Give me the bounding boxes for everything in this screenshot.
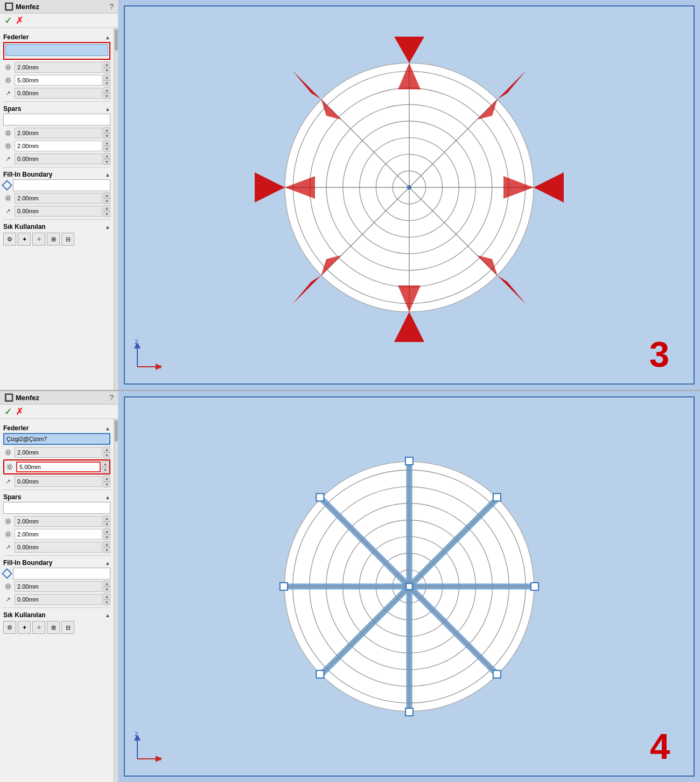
- toolbar-2: ⚙ ✦ ✧ ⊞ ⊟: [3, 621, 110, 634]
- check-button-1[interactable]: ✓: [4, 16, 12, 25]
- tool-btn-2d[interactable]: ⊞: [47, 621, 60, 634]
- federler-field2-container-2: ▲▼: [3, 459, 110, 474]
- spars-field2-2[interactable]: [15, 529, 102, 540]
- federler-field3-1[interactable]: [15, 88, 102, 99]
- federler-field3-2[interactable]: [15, 476, 102, 487]
- sik-chevron-2[interactable]: ▲: [105, 612, 110, 618]
- spars-field2-1[interactable]: [15, 141, 102, 151]
- fillin-field1-1[interactable]: [15, 193, 102, 204]
- spars-field1-2[interactable]: [15, 516, 102, 527]
- tool-btn-2e[interactable]: ⊟: [61, 621, 74, 634]
- spars-spin2-1[interactable]: ▲▼: [103, 140, 110, 152]
- sidebar-scroll-2[interactable]: [114, 419, 118, 782]
- toolbar-1: ⚙ ✦ ✧ ⊞ ⊟: [3, 233, 110, 246]
- federler-spin2-1[interactable]: ▲▼: [103, 74, 110, 86]
- spars-field3-2[interactable]: [15, 542, 102, 553]
- spars-spin1-1[interactable]: ▲▼: [103, 127, 110, 139]
- federler-spin3-1[interactable]: ▲▼: [103, 87, 110, 99]
- svg-rect-70: [406, 583, 412, 589]
- spars-spin1-2[interactable]: ▲▼: [103, 515, 110, 527]
- federler-field2-row-1: ▲▼: [3, 74, 110, 86]
- sidebar-2: 🔲 Menfez ? ✓ ✗ Federler ▲: [0, 391, 118, 782]
- federler-field1-1[interactable]: [15, 62, 102, 73]
- spars-input-2[interactable]: [3, 502, 110, 514]
- svg-point-44: [7, 585, 10, 588]
- axis-svg-1: Z X: [129, 340, 162, 372]
- federler-spin2-2[interactable]: ▲▼: [102, 461, 109, 473]
- svg-point-41: [9, 466, 11, 469]
- panel1-title: Menfez: [16, 3, 39, 11]
- tool-btn-1b[interactable]: ✦: [18, 233, 31, 246]
- spars-field3-row-1: ↗ ▲▼: [3, 153, 110, 165]
- spars-field1-1[interactable]: [15, 128, 102, 138]
- cross-button-2[interactable]: ✗: [16, 407, 24, 416]
- angle-icon-5: ↗: [3, 542, 13, 552]
- viewport-border-1: 3: [124, 5, 695, 385]
- scroll-thumb-1: [115, 29, 118, 51]
- fillin-field2-2[interactable]: [15, 594, 102, 605]
- fillin-input-1[interactable]: [13, 179, 110, 191]
- fillin-chevron-1[interactable]: ▲: [105, 172, 110, 178]
- cross-button-1[interactable]: ✗: [16, 16, 24, 25]
- spars-field3-1[interactable]: [15, 153, 102, 164]
- angle-icon-4: ↗: [3, 477, 13, 486]
- panel1-icon: 🔲: [4, 2, 13, 11]
- tool-btn-1e[interactable]: ⊟: [61, 233, 74, 246]
- tool-btn-1d[interactable]: ⊞: [47, 233, 60, 246]
- fillin-spin1-1[interactable]: ▲▼: [103, 192, 110, 204]
- fillin-field2-row-2: ↗ ▲▼: [3, 594, 110, 605]
- federler-spin3-2[interactable]: ▲▼: [103, 476, 110, 487]
- axis-indicator-1: Z X: [129, 340, 162, 374]
- federler-input-1[interactable]: [5, 44, 108, 56]
- angle-icon-6: ↗: [3, 595, 13, 604]
- federler-spin1-1[interactable]: ▲▼: [103, 61, 110, 73]
- spars-spin2-2[interactable]: ▲▼: [103, 528, 110, 540]
- fillin-spin2-1[interactable]: ▲▼: [103, 205, 110, 217]
- tool-btn-2c[interactable]: ✧: [32, 621, 45, 634]
- sik-chevron-1[interactable]: ▲: [105, 224, 110, 230]
- svg-point-1: [7, 79, 10, 82]
- axis-svg-2: Z X: [129, 732, 162, 764]
- fillin-field1-2[interactable]: [15, 581, 102, 592]
- spars-spin3-2[interactable]: ▲▼: [103, 541, 110, 553]
- fillin-chevron-2[interactable]: ▲: [105, 560, 110, 566]
- check-button-2[interactable]: ✓: [4, 407, 12, 416]
- svg-point-39: [7, 451, 10, 454]
- svg-rect-63: [405, 708, 413, 716]
- svg-text:X: X: [159, 364, 162, 370]
- federler-field2-2[interactable]: [16, 462, 101, 472]
- federler-field1-2[interactable]: [15, 447, 102, 458]
- fillin-field2-row-1: ↗ ▲▼: [3, 205, 110, 217]
- federler-field2-row-2: ▲▼: [3, 459, 110, 474]
- tool-btn-2a[interactable]: ⚙: [3, 621, 16, 634]
- fillin-icon-row-1: [3, 179, 110, 191]
- gear-icon-5: [3, 193, 13, 203]
- federler-input-2[interactable]: [3, 433, 110, 445]
- fillin-input-2[interactable]: [13, 568, 110, 579]
- fillin-label-2: Fill-In Boundary ▲: [3, 559, 110, 567]
- help-icon-2[interactable]: ?: [109, 393, 114, 402]
- fillin-spin1-2[interactable]: ▲▼: [103, 581, 110, 592]
- tool-btn-1c[interactable]: ✧: [32, 233, 45, 246]
- svg-text:Z: Z: [135, 340, 138, 345]
- spars-chevron-2[interactable]: ▲: [105, 494, 110, 500]
- fillin-spin2-2[interactable]: ▲▼: [103, 594, 110, 605]
- federler-chevron-1[interactable]: ▲: [105, 34, 110, 40]
- sidebar-scroll-1[interactable]: [114, 28, 118, 390]
- diamond-icon-2: [2, 568, 12, 579]
- federler-label-2: Federler ▲: [3, 424, 110, 432]
- spars-input-1[interactable]: [3, 114, 110, 125]
- spars-spin3-1[interactable]: ▲▼: [103, 153, 110, 165]
- help-icon-1[interactable]: ?: [109, 2, 114, 11]
- federler-chevron-2[interactable]: ▲: [105, 425, 110, 431]
- scroll-thumb-2: [115, 420, 118, 442]
- spars-field1-row-1: ▲▼: [3, 127, 110, 139]
- step-number-1: 3: [649, 334, 669, 374]
- spars-chevron-1[interactable]: ▲: [105, 106, 110, 112]
- federler-spin1-2[interactable]: ▲▼: [103, 446, 110, 458]
- federler-field2-1[interactable]: [15, 75, 102, 86]
- tool-btn-1a[interactable]: ⚙: [3, 233, 16, 246]
- spars-field2-row-2: ▲▼: [3, 528, 110, 540]
- tool-btn-2b[interactable]: ✦: [18, 621, 31, 634]
- fillin-field2-1[interactable]: [15, 206, 102, 217]
